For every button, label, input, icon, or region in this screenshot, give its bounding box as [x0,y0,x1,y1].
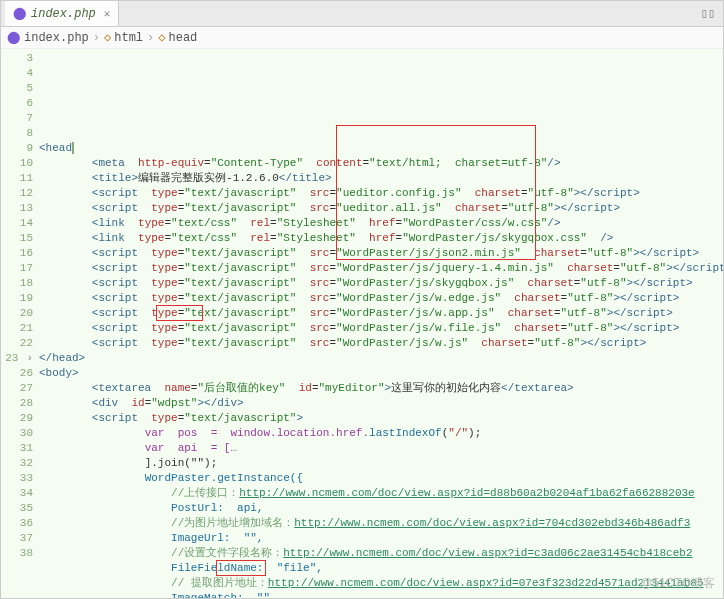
element-icon: ◇ [104,30,111,45]
code-area[interactable]: 34567891011121314151617181920212223 ›262… [1,49,723,598]
line-gutter: 34567891011121314151617181920212223 ›262… [1,49,39,598]
tab-bar: ⬤ index.php ✕ ▯▯ [1,1,723,27]
code-content[interactable]: <head <meta http-equiv="Content-Type" co… [39,49,723,598]
tab-filename: index.php [31,7,96,21]
editor-window: ⬤ index.php ✕ ▯▯ ⬤ index.php › ◇ html › … [0,0,724,599]
element-icon: ◇ [158,30,165,45]
breadcrumb-head[interactable]: head [169,31,198,45]
split-editor-icon[interactable]: ▯▯ [701,6,723,21]
chevron-right-icon: › [147,31,154,45]
chevron-right-icon: › [93,31,100,45]
breadcrumb-html[interactable]: html [114,31,143,45]
file-tab[interactable]: ⬤ index.php ✕ [5,1,119,26]
close-icon[interactable]: ✕ [104,7,111,20]
php-file-icon: ⬤ [7,30,20,45]
breadcrumb-file[interactable]: index.php [24,31,89,45]
breadcrumb[interactable]: ⬤ index.php › ◇ html › ◇ head [1,27,723,49]
php-file-icon: ⬤ [13,6,26,21]
